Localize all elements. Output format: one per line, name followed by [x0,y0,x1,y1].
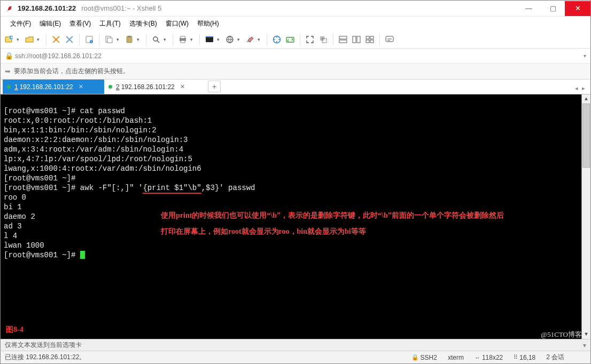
terminal-output: [root@vms001 ~]# cat passwd root:x,0:0:r… [4,107,201,183]
tile-vertical-button[interactable] [350,33,363,46]
awk-highlight: {print $1"\b" [143,183,201,193]
title-sub: root@vms001:~ - Xshell 5 [81,4,161,12]
dropdown-icon[interactable]: ▾ [162,37,167,42]
svg-point-2 [55,38,57,40]
copy-button[interactable] [103,33,115,46]
encoding-button[interactable] [223,33,236,46]
svg-rect-25 [357,36,360,43]
close-button[interactable]: ✕ [565,1,590,16]
toolbar: ▾ ▾ ▾ ▾ ▾ ▾ ▾ ▾ A▾ [1,30,590,49]
lock-icon: 🔒 [5,52,13,60]
menu-view[interactable]: 查看(V) [65,18,95,30]
paste-button[interactable] [123,33,136,46]
close-tab-icon[interactable]: ✕ [79,83,83,90]
terminal-scrollbar[interactable]: ▲ ▼ [581,94,590,339]
scroll-down-icon[interactable]: ▼ [582,330,590,339]
dropdown-icon[interactable]: ▾ [189,37,194,42]
status-termtype: xterm [448,354,464,361]
session-tab-1[interactable]: 1 192.168.26.101:22 ✕ [3,80,104,94]
tab-scroll-icons[interactable]: ◂ ▸ [575,85,590,94]
info-bar: ➥ 要添加当前会话，点击左侧的箭头按钮。 [1,64,590,80]
scroll-up-icon[interactable]: ▲ [582,94,590,104]
svg-rect-9 [128,36,131,37]
new-tab-button[interactable]: + [208,81,221,92]
annotation-text: 使用print的时候我们也可以使用“\b”，表示的是删除字符键，此时“\b”前面… [161,208,510,240]
terminal-output-2: roo 0 bi 1 daemo 2 ad 3 l 4 lwan 1000 [4,193,44,250]
tab-label: 192.168.26.101:22 [20,83,73,91]
quick-command-button[interactable] [383,33,396,46]
menu-help[interactable]: 帮助(H) [193,18,223,30]
svg-rect-29 [370,40,374,43]
title-main: 192.168.26.101:22 [18,4,76,12]
status-bar: 已连接 192.168.26.101:22。 🔒SSH2 xterm ↔118x… [1,351,590,363]
menu-edit[interactable]: 编辑(E) [35,18,65,30]
dropdown-icon[interactable]: ▾ [584,53,586,59]
status-connection: 已连接 192.168.26.101:22。 [5,353,85,362]
xagent-button[interactable] [270,33,283,46]
svg-rect-26 [366,36,369,39]
disconnect-button[interactable] [63,33,76,46]
caps-indicator [572,354,573,361]
figure-label: 图8-4 [6,325,24,335]
properties-button[interactable] [83,33,96,46]
app-icon [5,4,13,13]
send-target-bar[interactable]: 仅将文本发送到当前选项卡 ▾ [1,339,590,351]
address-url[interactable]: ssh://root@192.168.26.101:22 [15,52,580,60]
status-cursor-pos: ⠿16,18 [514,354,535,361]
maximize-button[interactable]: ▢ [541,1,565,16]
status-size: ↔118x22 [475,354,503,361]
svg-rect-28 [366,40,369,43]
svg-rect-24 [353,36,356,43]
grid-icon: ⠿ [514,354,518,361]
menu-tools[interactable]: 工具(T) [95,18,125,30]
terminal-cmd-prefix: [root@vms001 ~]# awk -F"[:,]" ' [4,184,143,192]
resize-icon: ↔ [475,354,480,361]
print-button[interactable] [176,33,189,46]
xftp-button[interactable] [284,33,297,46]
scroll-thumb[interactable] [582,104,590,168]
add-session-icon[interactable]: ➥ [5,67,11,75]
menu-window[interactable]: 窗口(W) [161,18,193,30]
menu-file[interactable]: 文件(F) [6,18,35,30]
tile-grid-button[interactable] [363,33,376,46]
session-tab-2[interactable]: 2 192.168.26.101:22 ✕ [104,80,206,94]
dropdown-icon[interactable]: ▾ [136,37,141,42]
svg-rect-12 [181,36,185,38]
dropdown-icon[interactable]: ▾ [256,37,261,42]
tab-seq: 2 [116,83,120,91]
num-indicator [585,354,586,361]
find-button[interactable] [150,33,162,46]
minimize-button[interactable]: — [517,1,541,16]
tab-bar: 1 192.168.26.101:22 ✕ 2 192.168.26.101:2… [1,80,590,94]
terminal[interactable]: [root@vms001 ~]# cat passwd root:x,0:0:r… [1,94,590,339]
svg-rect-27 [370,36,374,39]
font-button[interactable]: A [244,33,256,46]
menu-tabs[interactable]: 选项卡(B) [125,18,161,30]
info-text: 要添加当前会话，点击左侧的箭头按钮。 [14,67,129,76]
terminal-prompt: [root@vms001 ~]# [4,251,80,259]
svg-point-10 [153,37,158,41]
tab-seq: 1 [14,83,18,91]
send-target-text: 仅将文本发送到当前选项卡 [5,341,82,350]
reconnect-button[interactable] [50,33,63,46]
address-bar[interactable]: 🔒 ssh://root@192.168.26.101:22 ▾ [1,49,590,64]
watermark: @51CTO博客 [541,330,582,339]
transparent-button[interactable] [317,33,330,46]
color-scheme-button[interactable] [203,33,216,46]
dropdown-icon[interactable]: ▾ [115,37,120,42]
close-tab-icon[interactable]: ✕ [180,83,185,90]
lock-icon: 🔒 [411,354,419,361]
fullscreen-button[interactable] [304,33,316,46]
dropdown-icon[interactable]: ▾ [583,342,586,349]
dropdown-icon[interactable]: ▾ [236,37,241,42]
dropdown-icon[interactable]: ▾ [15,37,20,42]
cursor-icon [80,251,85,259]
tile-horizontal-button[interactable] [337,33,349,46]
dropdown-icon[interactable]: ▾ [36,37,41,42]
svg-rect-23 [339,40,347,43]
status-protocol: 🔒SSH2 [411,354,437,361]
svg-rect-22 [339,36,347,39]
open-session-button[interactable] [23,33,36,46]
new-session-button[interactable] [3,33,15,46]
dropdown-icon[interactable]: ▾ [216,37,221,42]
